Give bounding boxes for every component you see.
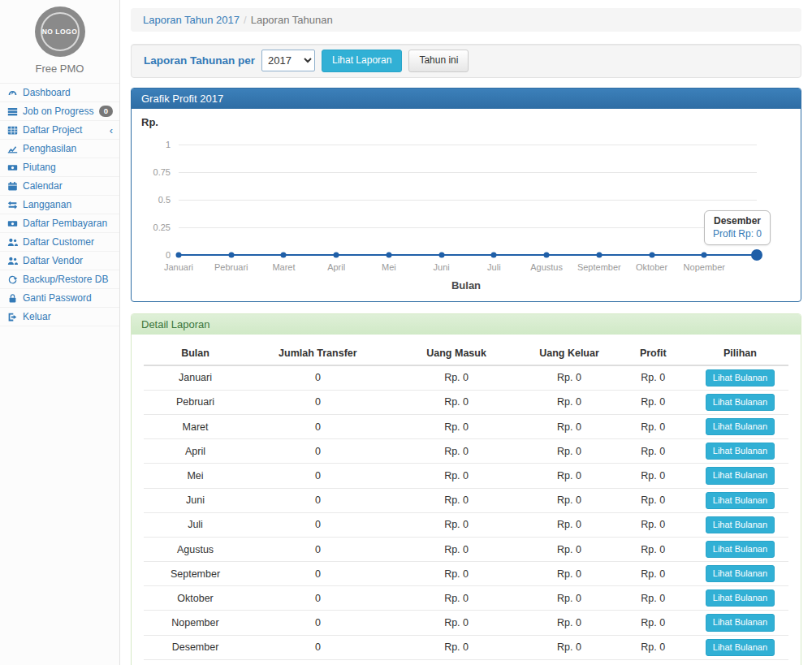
x-axis-labels: JanuariPebruariMaretAprilMeiJuniJuliAgus… <box>179 262 757 273</box>
table-cell: Maret <box>144 414 247 438</box>
data-point-maret[interactable] <box>281 252 287 257</box>
sidebar-item-backup-restore-db[interactable]: Backup/Restore DB <box>0 270 119 289</box>
view-month-button-september[interactable]: Lihat Bulanan <box>706 565 775 582</box>
view-month-button-mei[interactable]: Lihat Bulanan <box>706 467 775 484</box>
table-row-juni: Juni0Rp. 0Rp. 0Rp. 0Lihat Bulanan <box>144 488 788 512</box>
sidebar-item-label: Piutang <box>23 162 56 173</box>
data-point-januari[interactable] <box>176 252 182 257</box>
table-cell: 0 <box>247 365 389 391</box>
view-report-button[interactable]: Lihat Laporan <box>322 50 402 72</box>
sidebar-item-daftar-vendor[interactable]: Daftar Vendor <box>0 252 119 270</box>
table-cell-action: Lihat Bulanan <box>692 611 788 635</box>
sidebar-item-label: Penghasilan <box>23 143 76 154</box>
view-month-button-desember[interactable]: Lihat Bulanan <box>706 639 775 656</box>
sidebar-item-piutang[interactable]: Piutang <box>0 158 119 177</box>
view-month-button-oktober[interactable]: Lihat Bulanan <box>706 589 775 607</box>
table-cell: Rp. 0 <box>615 439 692 464</box>
table-cell: September <box>144 562 247 586</box>
x-tick-label: Juni <box>434 262 450 272</box>
this-year-button[interactable]: Tahun ini <box>408 50 469 72</box>
sidebar-item-penghasilan[interactable]: Penghasilan <box>0 140 119 158</box>
app-name: Free PMO <box>0 63 119 75</box>
table-cell: Rp. 0 <box>524 390 614 414</box>
view-month-button-juni[interactable]: Lihat Bulanan <box>706 492 775 509</box>
view-month-button-pebruari[interactable]: Lihat Bulanan <box>706 394 775 411</box>
view-month-button-juli[interactable]: Lihat Bulanan <box>706 516 775 533</box>
data-point-desember[interactable] <box>751 249 762 261</box>
breadcrumb-link-laporan-tahun[interactable]: Laporan Tahun 2017 <box>143 14 240 26</box>
logo-circle: NO LOGO <box>35 6 85 57</box>
table-cell: Rp. 0 <box>615 365 692 391</box>
table-row-agustus: Agustus0Rp. 0Rp. 0Rp. 0Lihat Bulanan <box>144 537 788 561</box>
view-month-button-januari[interactable]: Lihat Bulanan <box>706 369 775 386</box>
detail-table-wrap: BulanJumlah TransferUang MasukUang Kelua… <box>132 335 801 665</box>
table-cell-action: Lihat Bulanan <box>692 488 788 512</box>
chart-tooltip: Desember Profit Rp: 0 <box>704 210 771 245</box>
money-icon <box>7 162 18 173</box>
year-select[interactable]: 2017 <box>261 50 315 71</box>
table-cell: 0 <box>247 562 389 586</box>
table-cell: Rp. 0 <box>389 365 525 391</box>
detail-report-panel: Detail Laporan BulanJumlah TransferUang … <box>131 313 801 665</box>
y-tick-label: 1 <box>166 140 171 149</box>
logo-placeholder-text: NO LOGO <box>41 12 80 51</box>
sidebar-item-dashboard[interactable]: Dashboard <box>0 84 119 102</box>
table-cell: Rp. 0 <box>524 464 614 488</box>
sidebar-menu: DashboardJob on Progress0Daftar Project‹… <box>0 83 119 326</box>
y-tick-label: 0.25 <box>153 222 171 232</box>
data-point-juni[interactable] <box>438 252 444 257</box>
sidebar-item-daftar-customer[interactable]: Daftar Customer <box>0 233 119 252</box>
data-point-september[interactable] <box>596 252 602 257</box>
view-month-button-maret[interactable]: Lihat Bulanan <box>706 418 775 435</box>
table-row-pebruari: Pebruari0Rp. 0Rp. 0Rp. 0Lihat Bulanan <box>144 390 788 414</box>
table-cell: Rp. 0 <box>524 414 614 438</box>
table-cell-action: Lihat Bulanan <box>692 562 788 586</box>
x-tick-label: Oktober <box>636 262 667 272</box>
view-month-button-nopember[interactable]: Lihat Bulanan <box>706 614 775 631</box>
sidebar-item-daftar-pembayaran[interactable]: Daftar Pembayaran <box>0 214 119 233</box>
table-cell: Rp. 0 <box>389 611 525 635</box>
table-cell: Oktober <box>144 586 247 611</box>
table-cell: Rp. 0 <box>389 635 525 659</box>
profit-chart: Rp. Desember Profit Rp: 0 10.750.50.250 … <box>132 109 801 301</box>
x-tick-label: Januari <box>164 262 193 272</box>
table-row-total: Total0Rp. 0Rp. 0Rp. 0 <box>144 659 788 665</box>
profit-chart-panel: Grafik Profit 2017 Rp. Desember Profit R… <box>131 88 801 302</box>
breadcrumb: Laporan Tahun 2017/Laporan Tahunan <box>131 8 801 32</box>
sidebar-item-job-on-progress[interactable]: Job on Progress0 <box>0 102 119 121</box>
sidebar-item-ganti-password[interactable]: Ganti Password <box>0 289 119 308</box>
sidebar-item-label: Daftar Customer <box>23 236 94 248</box>
sidebar-item-label: Daftar Vendor <box>23 255 83 266</box>
x-tick-label: Nopember <box>684 262 725 272</box>
x-tick-label: Mei <box>382 262 396 272</box>
sidebar-item-label: Job on Progress <box>23 106 93 117</box>
data-point-april[interactable] <box>334 252 339 257</box>
form-label: Laporan Tahunan per <box>144 54 255 67</box>
sidebar-item-daftar-project[interactable]: Daftar Project‹ <box>0 121 119 140</box>
data-point-juli[interactable] <box>491 252 497 257</box>
line-chart-icon <box>7 144 18 154</box>
data-point-pebruari[interactable] <box>228 252 234 257</box>
detail-panel-title: Detail Laporan <box>132 314 801 335</box>
view-month-button-april[interactable]: Lihat Bulanan <box>706 443 775 460</box>
total-cell: 0 <box>247 659 389 665</box>
view-month-button-agustus[interactable]: Lihat Bulanan <box>706 541 775 558</box>
data-point-agustus[interactable] <box>544 252 550 257</box>
chart-tooltip-month: Desember <box>713 215 762 227</box>
table-cell: Rp. 0 <box>615 390 692 414</box>
chart-gridline <box>179 172 757 173</box>
breadcrumb-current: Laporan Tahunan <box>251 14 333 26</box>
sidebar-item-langganan[interactable]: Langganan <box>0 196 119 214</box>
sidebar-item-calendar[interactable]: Calendar <box>0 177 119 196</box>
sidebar: NO LOGO Free PMO DashboardJob on Progres… <box>0 0 120 665</box>
table-cell: Rp. 0 <box>389 464 525 488</box>
table-cell-action: Lihat Bulanan <box>692 390 788 414</box>
table-cell: Rp. 0 <box>615 635 692 659</box>
data-point-oktober[interactable] <box>649 252 654 257</box>
logo: NO LOGO <box>0 0 119 57</box>
data-point-mei[interactable] <box>386 252 391 257</box>
sidebar-item-keluar[interactable]: Keluar <box>0 308 119 326</box>
data-point-nopember[interactable] <box>702 252 707 257</box>
table-cell: 0 <box>247 611 389 635</box>
sign-out-icon <box>7 312 18 322</box>
